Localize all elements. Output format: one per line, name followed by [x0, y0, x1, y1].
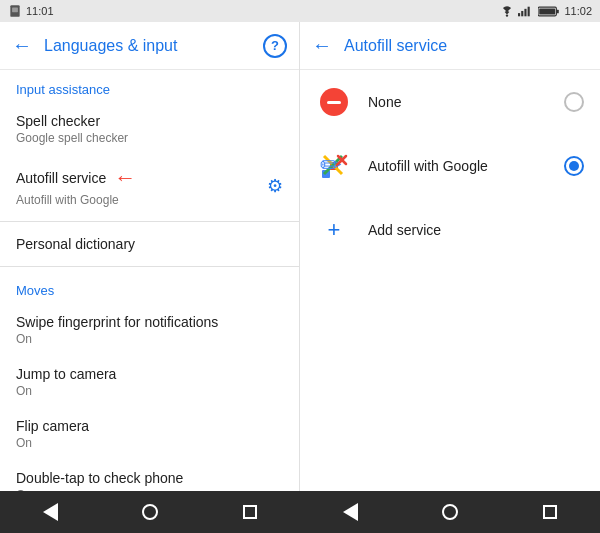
double-tap-title: Double-tap to check phone: [16, 470, 283, 486]
svg-rect-6: [528, 6, 530, 16]
left-back-button[interactable]: ←: [12, 34, 32, 57]
radio-fill: [569, 161, 579, 171]
left-time: 11:01: [26, 5, 54, 17]
none-label: None: [368, 94, 564, 110]
status-left: 11:01: [8, 4, 54, 18]
help-button[interactable]: ?: [263, 34, 287, 58]
jump-camera-title: Jump to camera: [16, 366, 283, 382]
autofill-service-title: Autofill service: [16, 170, 106, 186]
autofill-service-subtitle: Autofill with Google: [16, 193, 259, 207]
gear-icon[interactable]: ⚙: [267, 175, 283, 197]
home-circle-right: [442, 504, 458, 520]
none-radio[interactable]: [564, 92, 584, 112]
svg-rect-3: [518, 13, 520, 16]
nav-home-right[interactable]: [430, 492, 470, 532]
nav-back-right[interactable]: [330, 492, 370, 532]
personal-dictionary-item[interactable]: Personal dictionary: [0, 226, 299, 262]
back-triangle-left: [43, 503, 58, 521]
spell-checker-title: Spell checker: [16, 113, 283, 129]
spell-checker-subtitle: Google spell checker: [16, 131, 283, 145]
home-circle-left: [142, 504, 158, 520]
right-panel-title: Autofill service: [344, 37, 588, 55]
google-icon-area: ✏: [316, 148, 352, 184]
svg-point-2: [506, 14, 508, 16]
red-arrow-icon: ←: [114, 165, 136, 191]
spell-checker-item[interactable]: Spell checker Google spell checker: [0, 103, 299, 155]
status-right: 11:02: [500, 5, 592, 17]
right-panel: ← Autofill service None ✏: [300, 22, 600, 491]
swipe-fingerprint-content: Swipe fingerprint for notifications On: [16, 314, 283, 346]
nav-recents-left[interactable]: [230, 492, 270, 532]
google-autofill-icon: ✏: [320, 152, 348, 180]
section-moves: Moves: [0, 271, 299, 304]
divider-1: [0, 221, 299, 222]
svg-rect-1: [12, 8, 18, 13]
left-panel: ← Languages & input ? Input assistance S…: [0, 22, 300, 491]
spell-checker-content: Spell checker Google spell checker: [16, 113, 283, 145]
flip-camera-subtitle: On: [16, 436, 283, 450]
autofill-row: Autofill service ←: [16, 165, 259, 191]
left-panel-title: Languages & input: [44, 37, 263, 55]
signal-icon-right: [518, 6, 534, 17]
right-time: 11:02: [564, 5, 592, 17]
svg-rect-5: [525, 8, 527, 15]
add-service-item[interactable]: + Add service: [300, 198, 600, 262]
autofill-google-item[interactable]: ✏ Autofill with Google: [300, 134, 600, 198]
nav-back-left[interactable]: [30, 492, 70, 532]
swipe-fingerprint-title: Swipe fingerprint for notifications: [16, 314, 283, 330]
swipe-fingerprint-item[interactable]: Swipe fingerprint for notifications On: [0, 304, 299, 356]
main-panels: ← Languages & input ? Input assistance S…: [0, 22, 600, 491]
autofill-google-label: Autofill with Google: [368, 158, 564, 174]
none-icon-area: [316, 84, 352, 120]
svg-rect-4: [522, 10, 524, 15]
jump-camera-subtitle: On: [16, 384, 283, 398]
double-tap-item[interactable]: Double-tap to check phone On: [0, 460, 299, 491]
back-triangle-right: [343, 503, 358, 521]
battery-icon-right: [538, 6, 560, 17]
autofill-none-item[interactable]: None: [300, 70, 600, 134]
double-tap-content: Double-tap to check phone On: [16, 470, 283, 491]
autofill-service-item[interactable]: Autofill service ← Autofill with Google …: [0, 155, 299, 217]
sim-icon: [8, 4, 22, 18]
section-input-assistance: Input assistance: [0, 70, 299, 103]
jump-camera-item[interactable]: Jump to camera On: [0, 356, 299, 408]
svg-rect-9: [540, 8, 556, 14]
personal-dictionary-content: Personal dictionary: [16, 236, 283, 252]
flip-camera-content: Flip camera On: [16, 418, 283, 450]
flip-camera-item[interactable]: Flip camera On: [0, 408, 299, 460]
nav-home-left[interactable]: [130, 492, 170, 532]
jump-camera-content: Jump to camera On: [16, 366, 283, 398]
recents-square-left: [243, 505, 257, 519]
nav-recents-right[interactable]: [530, 492, 570, 532]
personal-dictionary-title: Personal dictionary: [16, 236, 283, 252]
divider-2: [0, 266, 299, 267]
autofill-google-radio[interactable]: [564, 156, 584, 176]
wifi-icon-right: [500, 6, 514, 17]
none-icon: [320, 88, 348, 116]
swipe-fingerprint-subtitle: On: [16, 332, 283, 346]
double-tap-subtitle: On: [16, 488, 283, 491]
autofill-service-content: Autofill service ← Autofill with Google: [16, 165, 259, 207]
right-panel-header: ← Autofill service: [300, 22, 600, 70]
flip-camera-title: Flip camera: [16, 418, 283, 434]
recents-square-right: [543, 505, 557, 519]
right-back-button[interactable]: ←: [312, 34, 332, 57]
nav-bar: [0, 491, 600, 533]
add-service-plus-icon: +: [316, 212, 352, 248]
add-service-label: Add service: [368, 222, 441, 238]
left-panel-header: ← Languages & input ?: [0, 22, 299, 70]
svg-rect-8: [557, 9, 559, 13]
status-bar: 11:01 11:02: [0, 0, 600, 22]
